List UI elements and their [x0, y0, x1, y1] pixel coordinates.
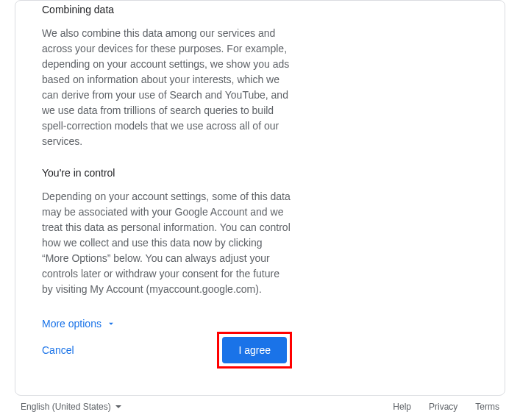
agree-button[interactable]: I agree [222, 337, 287, 363]
chevron-down-icon [106, 318, 116, 329]
highlight-box: I agree [217, 332, 292, 369]
more-options-label: More options [42, 318, 101, 330]
more-options-toggle[interactable]: More options [42, 318, 116, 330]
section-body: We also combine this data among our serv… [42, 26, 292, 149]
section-body: Depending on your account settings, some… [42, 189, 292, 297]
content-column: Combining data We also combine this data… [42, 1, 292, 330]
footer-links: Help Privacy Terms [393, 402, 499, 412]
section-heading: You're in control [42, 167, 292, 179]
caret-down-icon [115, 405, 121, 408]
language-label: English (United States) [21, 402, 111, 412]
page-footer: English (United States) Help Privacy Ter… [0, 396, 520, 412]
cancel-button[interactable]: Cancel [42, 344, 74, 356]
signup-consent-card: Combining data We also combine this data… [15, 0, 505, 396]
section-combining-data: Combining data We also combine this data… [42, 1, 292, 149]
terms-link[interactable]: Terms [475, 402, 499, 412]
section-in-control: You're in control Depending on your acco… [42, 167, 292, 297]
privacy-link[interactable]: Privacy [429, 402, 457, 412]
language-selector[interactable]: English (United States) [21, 402, 121, 412]
action-button-row: Cancel I agree [42, 332, 292, 369]
section-heading: Combining data [42, 4, 292, 15]
help-link[interactable]: Help [393, 402, 411, 412]
